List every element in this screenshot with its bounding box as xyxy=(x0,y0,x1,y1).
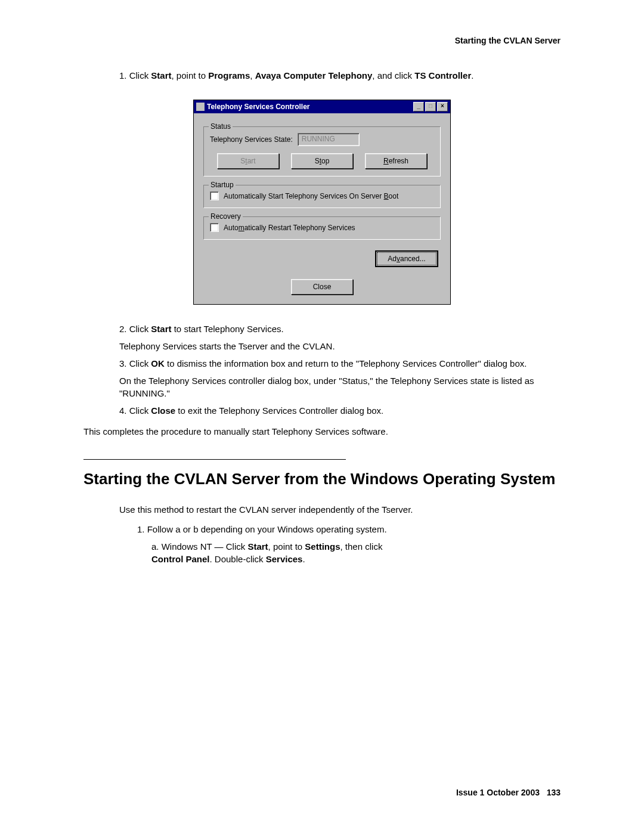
section-divider xyxy=(83,459,346,460)
auto-start-checkbox[interactable] xyxy=(210,191,219,200)
text: art xyxy=(247,157,256,165)
text: . xyxy=(302,554,305,564)
text: . Double-click xyxy=(210,554,266,564)
auto-restart-checkbox[interactable] xyxy=(210,223,219,232)
recovery-legend: Recovery xyxy=(209,212,243,221)
text-bold: TS Controller xyxy=(414,70,471,80)
status-groupbox: Status Telephony Services State: RUNNING… xyxy=(203,126,441,176)
text: 2. Click xyxy=(119,324,151,334)
start-button: Start xyxy=(217,153,279,169)
step-3: 3. Click OK to dismiss the information b… xyxy=(119,357,561,400)
text: a. Windows NT — Click xyxy=(151,541,247,552)
closing-paragraph: This completes the procedure to manually… xyxy=(83,425,561,438)
text: , and click xyxy=(372,70,414,80)
section2-step-1: 1. Follow a or b depending on your Windo… xyxy=(137,523,561,535)
window-title: Telephony Services Controller xyxy=(207,103,310,111)
step-2: 2. Click Start to start Telephony Servic… xyxy=(119,323,561,352)
text-bold: Avaya Computer Telephony xyxy=(255,70,373,80)
text: , point to xyxy=(172,70,209,80)
telephony-services-controller-dialog: Telephony Services Controller _ □ × Stat… xyxy=(193,100,451,305)
text-bold: Close xyxy=(151,405,175,416)
text: 1. Click xyxy=(119,70,151,80)
text: to exit the Telephony Services Controlle… xyxy=(175,405,383,416)
text: Automatically Start Telephony Services O… xyxy=(224,192,384,200)
text: anced... xyxy=(400,255,426,263)
startup-legend: Startup xyxy=(209,181,236,189)
close-button[interactable]: Close xyxy=(291,279,353,295)
recovery-groupbox: Recovery Automatically Restart Telephony… xyxy=(203,216,441,240)
text: , xyxy=(250,70,255,80)
text: atically Restart Telephony Services xyxy=(244,224,355,232)
step-1: 1. Click Start, point to Programs, Avaya… xyxy=(119,69,561,82)
page-footer: Issue 1 October 2003 133 xyxy=(456,788,561,797)
advanced-button[interactable]: Advanced... xyxy=(375,250,438,267)
state-label: Telephony Services State: xyxy=(210,135,293,144)
text: R xyxy=(383,157,389,165)
text-bold: OK xyxy=(151,358,165,368)
state-value-field: RUNNING xyxy=(298,133,360,146)
step-4: 4. Click Close to exit the Telephony Ser… xyxy=(119,404,561,417)
maximize-button: □ xyxy=(425,102,436,112)
status-legend: Status xyxy=(209,122,233,131)
screenshot-figure: Telephony Services Controller _ □ × Stat… xyxy=(83,100,561,305)
footer-page-number: 133 xyxy=(547,788,561,797)
text-bold: Programs xyxy=(208,70,250,80)
text: efresh xyxy=(389,157,408,165)
page-header-title: Starting the CVLAN Server xyxy=(83,36,561,45)
titlebar[interactable]: Telephony Services Controller _ □ × xyxy=(194,100,450,113)
refresh-button[interactable]: Refresh xyxy=(365,153,427,169)
text-bold: Services xyxy=(266,554,303,564)
auto-restart-label: Automatically Restart Telephony Services xyxy=(224,224,355,232)
text: oot xyxy=(389,192,399,200)
text: , point to xyxy=(268,541,305,552)
text: S xyxy=(315,157,320,165)
text: Auto xyxy=(224,224,239,232)
text: S xyxy=(240,157,245,165)
section2-intro: Use this method to restart the CVLAN ser… xyxy=(119,503,561,516)
text-bold: Start xyxy=(151,324,171,334)
text: Ad xyxy=(388,255,397,263)
text: 3. Click xyxy=(119,358,151,368)
minimize-button[interactable]: _ xyxy=(413,102,424,112)
footer-issue: Issue 1 October 2003 xyxy=(456,788,540,797)
step-3-sub: On the Telephony Services controller dia… xyxy=(119,374,561,400)
text: 4. Click xyxy=(119,405,151,416)
text: m xyxy=(239,224,244,232)
app-icon xyxy=(196,103,205,111)
close-window-button[interactable]: × xyxy=(437,102,448,112)
text: B xyxy=(384,192,389,200)
section-heading: Starting the CVLAN Server from the Windo… xyxy=(83,469,561,489)
text: op xyxy=(321,157,329,165)
text: , then click xyxy=(340,541,383,552)
text-bold: Start xyxy=(151,70,171,80)
text-bold: Control Panel xyxy=(151,554,210,564)
text-bold: Start xyxy=(247,541,268,552)
stop-button[interactable]: Stop xyxy=(291,153,353,169)
section2-step-1a: a. Windows NT — Click Start, point to Se… xyxy=(151,540,561,565)
text: to dismiss the information box and retur… xyxy=(165,358,527,368)
startup-groupbox: Startup Automatically Start Telephony Se… xyxy=(203,185,441,208)
step-2-sub: Telephony Services starts the Tserver an… xyxy=(119,340,561,352)
text: to start Telephony Services. xyxy=(172,324,284,334)
text: . xyxy=(471,70,473,80)
auto-start-label: Automatically Start Telephony Services O… xyxy=(224,192,398,200)
text-bold: Settings xyxy=(305,541,340,552)
